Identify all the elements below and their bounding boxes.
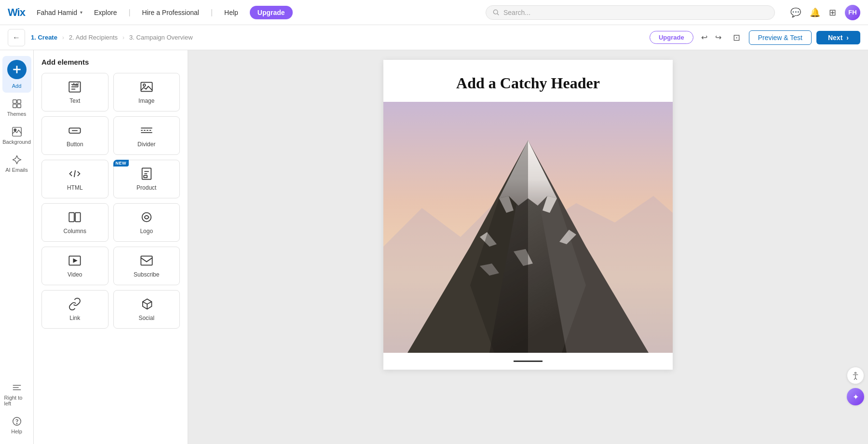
search-box[interactable]: Search...: [486, 5, 775, 20]
divider-element-icon: [140, 124, 153, 137]
help-link[interactable]: Help: [220, 7, 242, 18]
new-badge: NEW: [113, 160, 129, 166]
elements-panel-title: Add elements: [41, 58, 180, 66]
next-button[interactable]: Next ›: [816, 31, 860, 44]
element-html-label: HTML: [67, 184, 83, 191]
hire-professional-link[interactable]: Hire a Professional: [138, 7, 203, 18]
user-dropdown-arrow: ▾: [80, 10, 82, 15]
accessibility-float-button[interactable]: [847, 367, 864, 384]
layout-toggle-button[interactable]: ⊡: [729, 30, 744, 45]
element-social-label: Social: [138, 315, 154, 321]
element-card-social[interactable]: Social: [113, 290, 180, 329]
elements-panel: Add elements Aa| Text Image Button Divid…: [34, 50, 188, 444]
svg-rect-20: [141, 83, 152, 92]
svg-point-33: [142, 213, 151, 222]
svg-line-39: [147, 302, 151, 304]
element-card-video[interactable]: Video: [41, 247, 108, 285]
ai-emails-icon: [12, 154, 22, 165]
grid-icon[interactable]: ⊞: [829, 7, 836, 18]
toolbar-upgrade-button[interactable]: Upgrade: [650, 31, 693, 44]
element-divider-label: Divider: [137, 141, 155, 148]
element-card-logo[interactable]: Logo: [113, 203, 180, 242]
undo-redo-group: ↩ ↪: [698, 31, 724, 44]
step-toolbar: ← 1. Create › 2. Add Recipients › 3. Cam…: [0, 25, 868, 50]
sidebar-item-rtl[interactable]: Right to left: [2, 378, 31, 410]
svg-point-9: [14, 129, 16, 131]
element-video-label: Video: [68, 271, 82, 278]
next-arrow-icon: ›: [846, 34, 849, 42]
sidebar-item-themes-label: Themes: [7, 111, 27, 117]
element-card-button[interactable]: Button: [41, 116, 108, 155]
sidebar-item-ai-label: AI Emails: [5, 167, 27, 173]
svg-rect-5: [17, 100, 20, 103]
subscribe-element-icon: [140, 254, 153, 267]
svg-rect-31: [75, 213, 81, 222]
sidebar-item-add[interactable]: Add: [2, 56, 31, 93]
background-icon: [12, 126, 22, 137]
ai-float-icon: ✦: [853, 392, 859, 402]
element-columns-label: Columns: [64, 228, 86, 235]
svg-rect-29: [144, 176, 147, 178]
image-element-icon: [140, 80, 153, 94]
email-canvas: Add a Catchy Header: [383, 60, 673, 370]
svg-rect-30: [69, 213, 75, 222]
right-float-actions: ✦: [847, 367, 864, 405]
element-card-divider[interactable]: Divider: [113, 116, 180, 155]
toolbar-right-actions: Upgrade ↩ ↪ ⊡ Preview & Test Next ›: [650, 30, 860, 45]
sidebar-item-background-label: Background: [2, 139, 31, 145]
explore-link[interactable]: Explore: [90, 7, 121, 18]
nav-upgrade-button[interactable]: Upgrade: [250, 6, 293, 19]
svg-rect-6: [13, 104, 16, 108]
button-element-icon: [68, 124, 81, 137]
back-button[interactable]: ←: [8, 29, 25, 46]
email-header-text[interactable]: Add a Catchy Header: [383, 60, 673, 102]
element-card-image[interactable]: Image: [113, 73, 180, 111]
top-navigation: Wix Fahad Hamid ▾ Explore | Hire a Profe…: [0, 0, 868, 25]
sidebar-item-rtl-label: Right to left: [4, 395, 29, 406]
video-element-icon: [68, 254, 81, 267]
email-image-block[interactable]: [383, 102, 673, 353]
step-sep-1: ›: [62, 34, 64, 41]
sidebar-item-background[interactable]: Background: [2, 123, 31, 149]
svg-rect-36: [141, 256, 152, 265]
element-card-text[interactable]: Aa| Text: [41, 73, 108, 111]
element-card-columns[interactable]: Columns: [41, 203, 108, 242]
add-circle-button[interactable]: [7, 60, 27, 79]
search-icon: [493, 9, 500, 16]
email-divider: [514, 361, 542, 362]
sidebar-item-ai-emails[interactable]: AI Emails: [2, 151, 31, 177]
help-sidebar-icon: [12, 416, 22, 427]
preview-test-button[interactable]: Preview & Test: [749, 30, 812, 45]
chat-icon[interactable]: 💬: [790, 7, 801, 18]
steps-breadcrumb: 1. Create › 2. Add Recipients › 3. Campa…: [31, 34, 193, 41]
step-2[interactable]: 2. Add Recipients: [69, 34, 118, 41]
element-link-label: Link: [69, 315, 80, 321]
element-card-html[interactable]: HTML: [41, 160, 108, 198]
elements-grid: Aa| Text Image Button Divider HTML: [41, 73, 180, 329]
redo-button[interactable]: ↪: [712, 31, 724, 44]
svg-text:Aa|: Aa|: [73, 83, 79, 87]
sidebar-item-themes[interactable]: Themes: [2, 95, 31, 121]
sidebar-item-help[interactable]: Help: [2, 412, 31, 438]
element-card-subscribe[interactable]: Subscribe: [113, 247, 180, 285]
element-card-product[interactable]: NEW Product: [113, 160, 180, 198]
sidebar-item-help-label: Help: [11, 429, 22, 434]
accessibility-icon: [851, 371, 860, 380]
product-element-icon: [140, 167, 153, 180]
element-subscribe-label: Subscribe: [134, 271, 159, 278]
element-image-label: Image: [138, 97, 154, 104]
social-element-icon: [140, 297, 153, 311]
logo-element-icon: [140, 210, 153, 224]
step-1[interactable]: 1. Create: [31, 34, 57, 41]
next-label: Next: [828, 34, 842, 42]
search-placeholder: Search...: [503, 9, 530, 16]
user-menu[interactable]: Fahad Hamid ▾: [37, 9, 82, 16]
link-element-icon: [68, 297, 81, 311]
bell-icon[interactable]: 🔔: [810, 7, 820, 18]
element-product-label: Product: [136, 184, 156, 191]
element-card-link[interactable]: Link: [41, 290, 108, 329]
ai-float-button[interactable]: ✦: [847, 388, 864, 405]
step-3[interactable]: 3. Campaign Overview: [129, 34, 193, 41]
undo-button[interactable]: ↩: [698, 31, 710, 44]
avatar[interactable]: FH: [845, 5, 860, 20]
